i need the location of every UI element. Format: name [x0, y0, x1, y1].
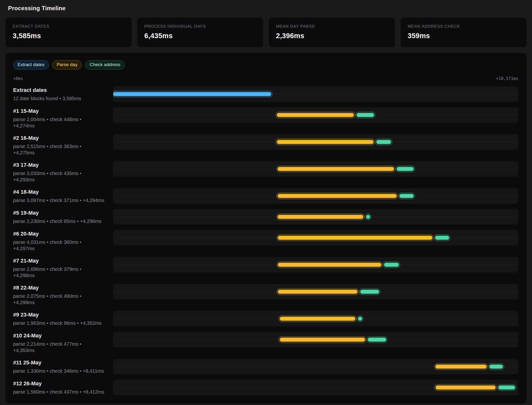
parse-bar: [278, 263, 381, 267]
row-subtitle: 12 date blocks found • 3,585ms: [13, 95, 109, 102]
stat-label: PROCESS INDIVIDUAL DAYS: [144, 24, 256, 29]
stat-value: 6,435ms: [144, 32, 256, 40]
timeline-row: #6 20-Mayparse 4,031ms • check 360ms • +…: [13, 230, 518, 252]
parse-bar: [277, 113, 354, 117]
parse-bar: [278, 215, 363, 219]
check-bar: [357, 113, 374, 117]
stat-label: EXTRACT DATES: [13, 24, 124, 29]
row-label: Extract dates12 date blocks found • 3,58…: [13, 86, 113, 102]
check-bar: [399, 194, 414, 198]
row-subtitle: parse 2,515ms • check 383ms • +4,275ms: [13, 143, 109, 156]
timeline-row: #11 25-Mayparse 1,330ms • check 346ms • …: [13, 359, 518, 374]
check-bar: [368, 338, 386, 342]
timeline-track: [113, 188, 518, 204]
row-subtitle: parse 3,033ms • check 435ms • +4,293ms: [13, 170, 109, 183]
timeline-track: [113, 86, 518, 102]
check-bar: [366, 215, 370, 219]
legend-chip-extract-dates[interactable]: Extract dates: [13, 60, 49, 70]
page-title: Processing Timeline: [8, 5, 526, 12]
check-bar: [498, 386, 515, 389]
parse-bar: [280, 338, 365, 342]
row-subtitle: parse 1,330ms • check 346ms • +8,411ms: [13, 368, 109, 374]
row-subtitle: parse 3,097ms • check 371ms • +4,294ms: [13, 197, 109, 203]
extract-bar: [113, 92, 271, 96]
row-subtitle: parse 1,963ms • check 96ms • +4,352ms: [13, 320, 109, 326]
timeline-row: #2 16-Mayparse 2,515ms • check 383ms • +…: [13, 134, 518, 156]
row-label: #10 24-Mayparse 2,214ms • check 477ms • …: [13, 332, 113, 353]
timeline-row: #7 21-Mayparse 2,696ms • check 379ms • +…: [13, 257, 518, 279]
legend-chip-parse-day[interactable]: Parse day: [52, 60, 82, 70]
check-bar: [384, 263, 399, 267]
check-bar: [435, 236, 449, 240]
timeline-row: Extract dates12 date blocks found • 3,58…: [13, 86, 518, 102]
parse-bar: [278, 194, 396, 198]
timeline-track: [113, 332, 518, 347]
parse-bar: [278, 167, 394, 171]
row-title: #3 17-May: [13, 162, 109, 168]
parse-bar: [280, 317, 355, 321]
row-label: #1 15-Mayparse 2,004ms • check 448ms • +…: [13, 107, 113, 129]
row-title: #2 16-May: [13, 135, 109, 141]
timeline-track: [113, 284, 518, 299]
row-subtitle: parse 2,004ms • check 448ms • +4,274ms: [13, 116, 109, 129]
stat-card-mean-parse: MEAN DAY PARSE 2,396ms: [269, 18, 395, 47]
legend-chip-check-address[interactable]: Check address: [85, 60, 125, 70]
row-subtitle: parse 1,560ms • check 437ms • +8,412ms: [13, 389, 109, 395]
row-title: #1 15-May: [13, 108, 109, 114]
parse-bar: [436, 386, 496, 389]
stat-label: MEAN ADDRESS CHECK: [408, 24, 520, 29]
parse-bar: [435, 365, 487, 369]
row-label: #2 16-Mayparse 2,515ms • check 383ms • +…: [13, 134, 113, 156]
row-label: #4 18-Mayparse 3,097ms • check 371ms • +…: [13, 188, 113, 203]
stat-card-mean-check: MEAN ADDRESS CHECK 359ms: [401, 18, 527, 47]
row-title: #8 22-May: [13, 284, 109, 291]
timeline-track: [113, 134, 518, 150]
row-subtitle: parse 2,230ms • check 85ms • +4,296ms: [13, 218, 109, 224]
timeline-row: #5 19-Mayparse 2,230ms • check 85ms • +4…: [13, 209, 518, 225]
timeline-track: [113, 230, 518, 246]
stat-value: 3,585ms: [13, 32, 124, 40]
timeline-row: #4 18-Mayparse 3,097ms • check 371ms • +…: [13, 188, 518, 204]
row-label: #11 25-Mayparse 1,330ms • check 346ms • …: [13, 359, 113, 374]
row-subtitle: parse 2,696ms • check 379ms • +4,298ms: [13, 266, 109, 279]
timeline-track: [113, 209, 518, 225]
timeline-rows: Extract dates12 date blocks found • 3,58…: [13, 86, 518, 395]
row-label: #7 21-Mayparse 2,696ms • check 379ms • +…: [13, 257, 113, 279]
timeline-row: #9 23-Mayparse 1,963ms • check 96ms • +4…: [13, 311, 518, 326]
timeline-track: [113, 161, 518, 177]
stat-card-extract-dates: EXTRACT DATES 3,585ms: [6, 18, 132, 47]
parse-bar: [278, 290, 357, 294]
stat-label: MEAN DAY PARSE: [276, 24, 388, 29]
row-subtitle: parse 2,075ms • check 490ms • +4,299ms: [13, 293, 109, 306]
row-title: Extract dates: [13, 87, 109, 94]
parse-bar: [278, 236, 433, 240]
check-bar: [489, 365, 503, 369]
timeline-row: #10 24-Mayparse 2,214ms • check 477ms • …: [13, 332, 518, 353]
parse-bar: [277, 140, 373, 144]
row-title: #10 24-May: [13, 332, 109, 339]
timeline-track: [113, 311, 518, 326]
row-label: #5 19-Mayparse 2,230ms • check 85ms • +4…: [13, 209, 113, 224]
row-title: #7 21-May: [13, 257, 109, 264]
timeline-row: #3 17-Mayparse 3,033ms • check 435ms • +…: [13, 161, 518, 183]
row-label: #3 17-Mayparse 3,033ms • check 435ms • +…: [13, 161, 113, 183]
row-subtitle: parse 4,031ms • check 360ms • +4,297ms: [13, 239, 109, 252]
check-bar: [397, 167, 414, 171]
timeline-track: [113, 380, 518, 395]
axis-end-label: +10,571ms: [496, 76, 518, 81]
row-title: #11 25-May: [13, 359, 109, 366]
row-label: #8 22-Mayparse 2,075ms • check 490ms • +…: [13, 284, 113, 306]
time-axis: +0ms +10,571ms: [13, 76, 518, 81]
row-title: #4 18-May: [13, 189, 109, 195]
check-bar: [376, 140, 391, 144]
check-bar: [360, 290, 379, 294]
check-bar: [358, 317, 362, 321]
timeline-row: #8 22-Mayparse 2,075ms • check 490ms • +…: [13, 284, 518, 306]
stats-row: EXTRACT DATES 3,585ms PROCESS INDIVIDUAL…: [6, 18, 526, 47]
row-label: #6 20-Mayparse 4,031ms • check 360ms • +…: [13, 230, 113, 252]
timeline-track: [113, 359, 518, 374]
stat-value: 359ms: [408, 32, 520, 40]
axis-start-label: +0ms: [13, 76, 23, 81]
stat-card-process-days: PROCESS INDIVIDUAL DAYS 6,435ms: [137, 18, 263, 47]
row-title: #9 23-May: [13, 311, 109, 318]
